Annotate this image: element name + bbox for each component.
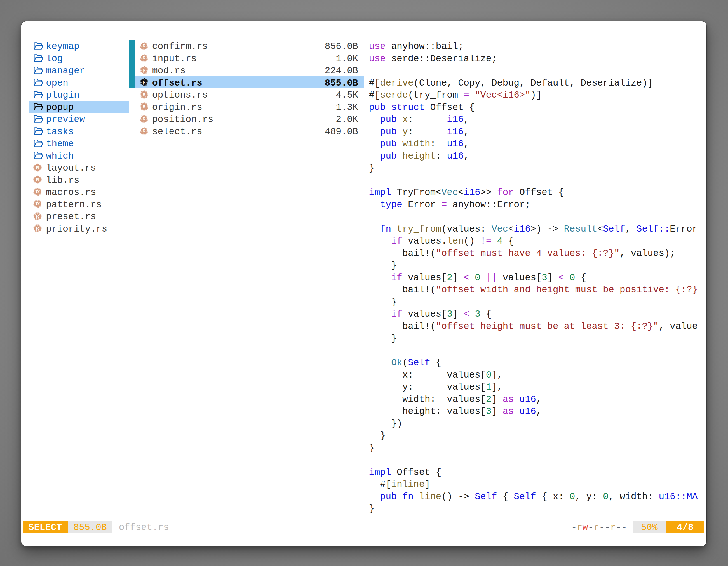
svg-text:R: R (143, 80, 146, 85)
svg-text:R: R (143, 68, 146, 72)
svg-text:R: R (36, 190, 39, 194)
svg-text:R: R (36, 202, 39, 206)
svg-text:R: R (143, 129, 146, 133)
svg-text:R: R (143, 117, 146, 121)
svg-text:R: R (143, 56, 146, 60)
svg-text:R: R (143, 92, 146, 97)
svg-text:R: R (36, 214, 39, 219)
svg-text:R: R (36, 226, 39, 231)
svg-text:R: R (36, 165, 39, 170)
svg-text:R: R (143, 104, 146, 109)
svg-text:R: R (143, 44, 146, 48)
svg-text:R: R (36, 177, 39, 182)
